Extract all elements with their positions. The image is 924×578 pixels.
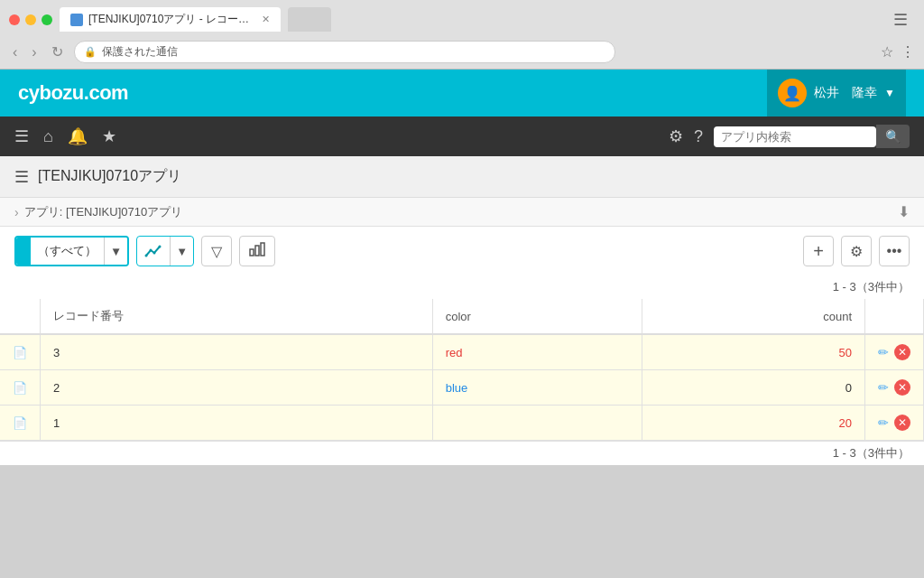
row-icon-header: [0, 299, 41, 334]
search-input[interactable]: [714, 126, 876, 147]
address-bar[interactable]: 🔒 保護された通信: [74, 41, 615, 63]
svg-point-5: [153, 252, 156, 255]
chart-button[interactable]: [239, 236, 275, 266]
nav-bar-left: ☰ ⌂ 🔔 ★: [14, 126, 116, 146]
search-wrapper: 🔍: [714, 125, 910, 148]
back-button[interactable]: ‹: [9, 42, 21, 62]
minimize-window-button[interactable]: [25, 14, 36, 25]
delete-button[interactable]: ✕: [894, 344, 910, 360]
edit-button[interactable]: ✏: [878, 415, 889, 430]
row-icon-cell: 📄: [0, 406, 41, 441]
add-icon: +: [813, 241, 824, 262]
count-cell: 0: [642, 370, 864, 406]
footer-area: [0, 465, 924, 555]
app-header: cybozu.com 👤 松井 隆幸 ▼: [0, 70, 924, 117]
graph-dropdown-icon: ▼: [170, 237, 193, 266]
notification-icon[interactable]: 🔔: [68, 126, 88, 146]
user-dropdown-icon: ▼: [884, 87, 895, 99]
record-count-top: 1 - 3（3件中）: [0, 275, 924, 299]
record-icon: 📄: [13, 381, 27, 395]
edit-button[interactable]: ✏: [878, 345, 889, 359]
breadcrumb-action-icon[interactable]: ⬇: [898, 203, 910, 220]
graph-button[interactable]: ▼: [136, 236, 194, 266]
svg-point-3: [145, 255, 148, 257]
settings-icon[interactable]: ⚙: [669, 126, 683, 146]
user-name: 松井 隆幸: [814, 85, 877, 101]
table-row: 📄 2 blue 0 ✏ ✕: [0, 370, 924, 406]
color-cell: [432, 406, 642, 441]
color-value: blue: [446, 381, 468, 395]
records-table: レコード番号 color count 📄 3 red 50 ✏ ✕: [0, 299, 924, 441]
add-record-button[interactable]: +: [803, 236, 834, 266]
svg-rect-8: [255, 246, 259, 256]
filter-button[interactable]: ▽: [201, 236, 232, 266]
breadcrumb: アプリ: [TENJIKU]0710アプリ: [24, 204, 183, 220]
gear-icon: ⚙: [850, 243, 863, 260]
svg-rect-9: [261, 243, 264, 256]
color-cell: red: [432, 334, 642, 370]
edit-button[interactable]: ✏: [878, 380, 889, 395]
col-header-record-num[interactable]: レコード番号: [41, 299, 433, 334]
record-icon: 📄: [13, 346, 27, 359]
view-label: （すべて）: [31, 243, 104, 259]
page-title: [TENJIKU]0710アプリ: [38, 167, 181, 186]
nav-bar-right: ⚙ ? 🔍: [669, 125, 910, 148]
help-icon[interactable]: ?: [694, 127, 703, 146]
table-header-row: レコード番号 color count: [0, 299, 924, 334]
app-header-right: 👤 松井 隆幸 ▼: [767, 70, 906, 117]
row-icon-cell: 📄: [0, 334, 41, 370]
toolbar: （すべて） ▼ ▼ ▽ + ⚙: [0, 227, 924, 275]
list-icon: ☰: [14, 167, 29, 187]
view-dropdown-button[interactable]: ▼: [104, 238, 127, 265]
view-select[interactable]: （すべて） ▼: [14, 236, 129, 266]
tab-close-button[interactable]: ✕: [262, 14, 270, 25]
delete-button[interactable]: ✕: [894, 415, 910, 431]
search-button[interactable]: 🔍: [876, 125, 910, 148]
home-icon[interactable]: ⌂: [43, 127, 53, 146]
record-count-bottom-text: 1 - 3（3件中）: [833, 446, 910, 460]
breadcrumb-arrow-icon: ›: [14, 205, 19, 219]
forward-button[interactable]: ›: [28, 42, 40, 62]
record-count-text: 1 - 3（3件中）: [833, 280, 910, 294]
maximize-window-button[interactable]: [42, 14, 52, 25]
hamburger-icon[interactable]: ☰: [14, 126, 29, 146]
view-list-button[interactable]: [16, 238, 31, 265]
browser-addressbar: ‹ › ↻ 🔒 保護された通信 ☆ ⋮: [0, 37, 924, 69]
color-value: red: [446, 346, 463, 359]
address-text: 保護された通信: [102, 44, 178, 60]
col-header-actions: [865, 299, 924, 334]
app-logo: cybozu.com: [18, 81, 128, 105]
graph-icon: [137, 237, 170, 266]
user-area[interactable]: 👤 松井 隆幸 ▼: [767, 70, 906, 117]
lock-icon: 🔒: [84, 46, 97, 58]
filter-icon: ▽: [211, 243, 222, 260]
browser-titlebar: [TENJIKU]0710アプリ - レコー… ✕ ☰: [0, 0, 924, 37]
star-nav-icon[interactable]: ★: [102, 126, 116, 146]
actions-cell: ✏ ✕: [865, 406, 924, 441]
more-browser-icon[interactable]: ⋮: [901, 43, 915, 61]
browser-actions: ☆ ⋮: [881, 43, 915, 61]
inactive-tab[interactable]: [288, 7, 331, 32]
record-id-cell: 1: [41, 406, 433, 441]
refresh-button[interactable]: ↻: [48, 42, 67, 62]
table-row: 📄 1 20 ✏ ✕: [0, 406, 924, 441]
col-header-count[interactable]: count: [642, 299, 864, 334]
close-window-button[interactable]: [9, 14, 20, 25]
nav-bar: ☰ ⌂ 🔔 ★ ⚙ ? 🔍: [0, 117, 924, 156]
more-options-button[interactable]: •••: [879, 236, 910, 266]
count-cell: 50: [642, 334, 864, 370]
app-settings-button[interactable]: ⚙: [841, 236, 872, 266]
svg-rect-7: [250, 249, 254, 256]
breadcrumb-bar: › アプリ: [TENJIKU]0710アプリ ⬇: [0, 198, 924, 227]
browser-menu-icon[interactable]: ☰: [893, 10, 915, 30]
active-tab[interactable]: [TENJIKU]0710アプリ - レコー… ✕: [60, 7, 281, 32]
page-header: ☰ [TENJIKU]0710アプリ: [0, 156, 924, 198]
actions-cell: ✏ ✕: [865, 370, 924, 406]
svg-point-4: [150, 249, 152, 252]
window-controls: [9, 14, 52, 25]
delete-button[interactable]: ✕: [894, 379, 910, 396]
actions-cell: ✏ ✕: [865, 334, 924, 370]
table-row: 📄 3 red 50 ✏ ✕: [0, 334, 924, 370]
col-header-color[interactable]: color: [432, 299, 642, 334]
star-icon[interactable]: ☆: [881, 43, 893, 61]
